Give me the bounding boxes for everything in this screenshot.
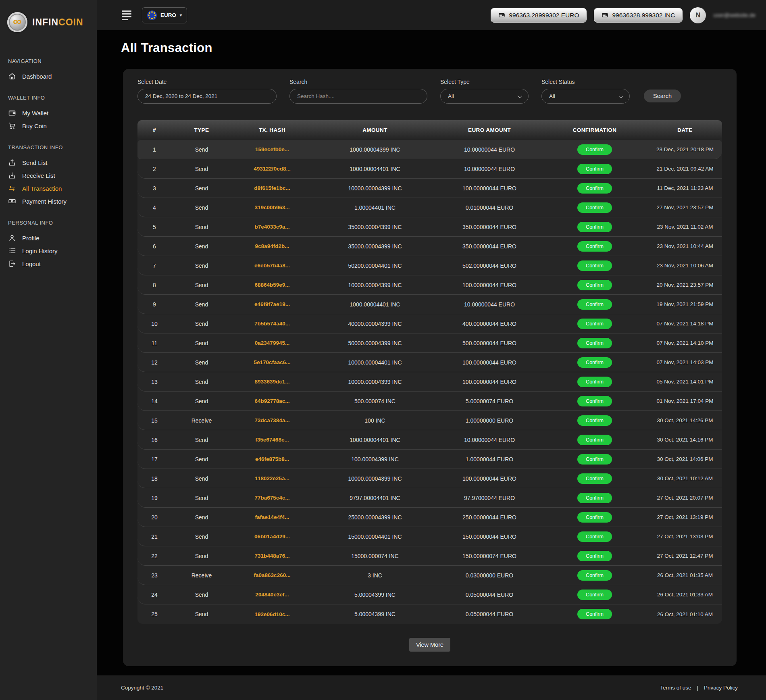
type-select[interactable]: All xyxy=(440,89,529,104)
tx-hash-link[interactable]: 8933639dc1... xyxy=(232,379,312,385)
confirm-button[interactable]: Confirm xyxy=(577,299,612,310)
confirm-button[interactable]: Confirm xyxy=(577,319,612,329)
tx-hash-link[interactable]: e46f9f7ae19... xyxy=(232,301,312,307)
date-range-input[interactable]: 24 Dec, 2020 to 24 Dec, 2021 xyxy=(137,89,277,104)
tx-hash-link[interactable]: 731b448a76... xyxy=(232,553,312,559)
avatar[interactable]: N xyxy=(690,7,706,23)
confirm-button[interactable]: Confirm xyxy=(577,454,612,465)
confirm-button[interactable]: Confirm xyxy=(577,164,612,174)
inc-balance-button[interactable]: 99636328.999302 INC xyxy=(594,8,683,23)
tx-hash-link[interactable]: fa0a863c260... xyxy=(232,572,312,578)
sidebar-item-my-wallet[interactable]: My Wallet xyxy=(0,106,97,119)
sidebar-item-profile[interactable]: Profile xyxy=(0,231,97,244)
row-amount: 15000.000074 INC xyxy=(312,553,437,559)
confirm-button[interactable]: Confirm xyxy=(577,377,612,387)
sidebar-item-buy-coin[interactable]: Buy Coin xyxy=(0,119,97,132)
sidebar-item-dashboard[interactable]: Dashboard xyxy=(0,70,97,83)
row-number: 11 xyxy=(137,340,171,346)
tx-hash-link[interactable]: 7b5b574a40... xyxy=(232,321,312,327)
tx-hash-link[interactable]: 9c8a94fd2b... xyxy=(232,243,312,249)
col-header-amount: AMOUNT xyxy=(312,127,437,133)
row-amount: 50200.00004401 INC xyxy=(312,262,437,269)
confirm-button[interactable]: Confirm xyxy=(577,531,612,542)
row-confirmation: Confirm xyxy=(541,531,648,542)
footer-links: Terms of use | Privacy Policy xyxy=(660,685,738,691)
confirm-button[interactable]: Confirm xyxy=(577,590,612,600)
row-number: 9 xyxy=(137,301,171,308)
confirm-button[interactable]: Confirm xyxy=(577,222,612,232)
tx-hash-link[interactable]: f35e67468c... xyxy=(232,437,312,443)
tx-hash-link[interactable]: 68864b59e9... xyxy=(232,282,312,288)
euro-balance-button[interactable]: 996363.28999302 EURO xyxy=(491,8,587,23)
tx-hash-link[interactable]: e6eb57b4a8... xyxy=(232,262,312,269)
tx-hash-link[interactable]: e46fe875b8... xyxy=(232,456,312,462)
confirm-button[interactable]: Confirm xyxy=(577,551,612,561)
confirm-button[interactable]: Confirm xyxy=(577,512,612,523)
tx-hash-link[interactable]: d8f615fe1bc... xyxy=(232,185,312,191)
tx-hash-link[interactable]: 118022e25a... xyxy=(232,475,312,481)
sidebar-item-logout[interactable]: Logout xyxy=(0,257,97,270)
sidebar-item-label: Profile xyxy=(22,235,40,242)
table-row: 13 Send 8933639dc1... 10000.00004399 INC… xyxy=(137,372,722,392)
sidebar-item-receive-list[interactable]: Receive List xyxy=(0,169,97,182)
confirm-button[interactable]: Confirm xyxy=(577,144,612,155)
row-confirmation: Confirm xyxy=(541,260,648,271)
confirm-button[interactable]: Confirm xyxy=(577,396,612,406)
confirm-button[interactable]: Confirm xyxy=(577,338,612,348)
tx-hash-link[interactable]: 77ba675c4c... xyxy=(232,495,312,501)
search-button[interactable]: Search xyxy=(644,90,681,102)
row-type: Send xyxy=(171,379,232,385)
row-euro-amount: 0.01000044 EURO xyxy=(437,204,541,211)
status-select[interactable]: All xyxy=(541,89,630,104)
sidebar-item-login-history[interactable]: Login History xyxy=(0,244,97,257)
confirm-button[interactable]: Confirm xyxy=(577,202,612,213)
sidebar-item-all-transaction[interactable]: All Transaction xyxy=(0,182,97,195)
tx-hash-link[interactable]: 5e170cfaac6... xyxy=(232,359,312,365)
confirm-button[interactable]: Confirm xyxy=(577,493,612,503)
confirm-button[interactable]: Confirm xyxy=(577,415,612,426)
row-confirmation: Confirm xyxy=(541,435,648,445)
row-date: 23 Nov, 2021 10:06 AM xyxy=(648,262,722,269)
search-input[interactable] xyxy=(289,89,427,104)
tx-hash-link[interactable]: 192e06d10c... xyxy=(232,611,312,617)
sidebar-item-send-list[interactable]: Send List xyxy=(0,156,97,169)
row-type: Send xyxy=(171,514,232,521)
tx-hash-link[interactable]: 159ecefb0e... xyxy=(232,146,312,152)
confirm-button[interactable]: Confirm xyxy=(577,609,612,619)
row-amount: 15000.00004401 INC xyxy=(312,533,437,540)
tx-hash-link[interactable]: b7e4033c9a... xyxy=(232,224,312,230)
confirm-button[interactable]: Confirm xyxy=(577,473,612,484)
confirm-button[interactable]: Confirm xyxy=(577,241,612,252)
confirm-button[interactable]: Confirm xyxy=(577,280,612,290)
sidebar-section-wallet-info: WALLET INFO My Wallet Buy Coin xyxy=(0,95,97,132)
row-date: 26 Oct, 2021 01:35 AM xyxy=(648,572,722,578)
tx-hash-link[interactable]: 319c00b963... xyxy=(232,204,312,210)
row-confirmation: Confirm xyxy=(541,590,648,600)
tx-hash-link[interactable]: 06b01a4d29... xyxy=(232,533,312,540)
upload-icon xyxy=(8,158,16,167)
terms-link[interactable]: Terms of use xyxy=(660,685,691,691)
tx-hash-link[interactable]: 64b92778ac... xyxy=(232,398,312,404)
confirm-button[interactable]: Confirm xyxy=(577,570,612,581)
tx-hash-link[interactable]: 0a23479945... xyxy=(232,340,312,346)
cart-icon xyxy=(8,122,16,130)
row-type: Send xyxy=(171,166,232,172)
confirm-button[interactable]: Confirm xyxy=(577,183,612,194)
tx-hash-link[interactable]: 493122f0cd8... xyxy=(232,166,312,172)
tx-hash-link[interactable]: 73dca7384a... xyxy=(232,417,312,423)
confirm-button[interactable]: Confirm xyxy=(577,435,612,445)
confirm-button[interactable]: Confirm xyxy=(577,260,612,271)
row-number: 24 xyxy=(137,592,171,598)
hamburger-icon[interactable] xyxy=(122,10,131,20)
logout-icon xyxy=(8,260,16,268)
tx-hash-link[interactable]: fafae14e4f4... xyxy=(232,514,312,520)
row-euro-amount: 0.05000044 EURO xyxy=(437,592,541,598)
status-filter-label: Select Status xyxy=(541,79,630,85)
view-more-button[interactable]: View More xyxy=(409,638,450,652)
privacy-link[interactable]: Privacy Policy xyxy=(704,685,738,691)
tx-hash-link[interactable]: 204840e3ef... xyxy=(232,592,312,598)
confirm-button[interactable]: Confirm xyxy=(577,357,612,368)
currency-selector[interactable]: EURO ▾ xyxy=(142,7,187,23)
sidebar-item-payment-history[interactable]: Payment History xyxy=(0,195,97,208)
row-confirmation: Confirm xyxy=(541,280,648,290)
